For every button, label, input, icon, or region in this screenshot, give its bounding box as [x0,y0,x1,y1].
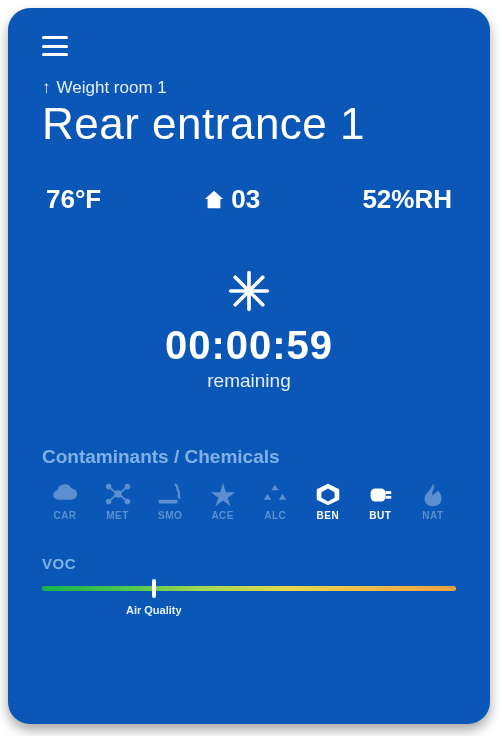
timer-block: 00:00:59 remaining [42,269,456,392]
contaminants-title: Contaminants / Chemicals [42,446,456,468]
cube-icon [312,480,344,508]
contaminant-label: MET [106,510,129,521]
svg-rect-20 [386,492,392,495]
contaminant-alc[interactable]: ALC [252,480,298,521]
temperature-value: 76°F [46,184,101,215]
contaminant-nat[interactable]: NAT [410,480,456,521]
contaminant-met[interactable]: MET [95,480,141,521]
contaminant-but[interactable]: BUT [357,480,403,521]
svg-rect-21 [386,496,392,499]
contaminant-ace[interactable]: ACE [200,480,246,521]
house-code: 03 [231,184,260,215]
home-icon [203,189,225,211]
snowflake-icon [42,269,456,317]
voc-gradient-bar [42,586,456,591]
flame-icon [417,480,449,508]
svg-point-6 [67,490,70,493]
svg-marker-14 [272,485,280,491]
contaminant-label: BEN [317,510,340,521]
stats-row: 76°F 03 52%RH [42,184,456,215]
svg-point-5 [63,488,66,491]
spark-icon [207,480,239,508]
plug-icon [364,480,396,508]
contaminants-row: CAR MET SMO ACE ALC [42,480,456,521]
contaminant-label: ACE [211,510,234,521]
contaminant-label: CAR [53,510,76,521]
contaminant-label: NAT [422,510,443,521]
smoke-icon [154,480,186,508]
svg-rect-12 [159,500,178,504]
voc-title: VOC [42,555,456,572]
contaminant-smo[interactable]: SMO [147,480,193,521]
contaminant-label: ALC [264,510,286,521]
menu-icon[interactable] [42,36,68,56]
device-card: ↑ Weight room 1 Rear entrance 1 76°F 03 … [8,8,490,724]
humidity-value: 52%RH [362,184,452,215]
co2-cloud-icon [49,480,81,508]
contaminant-label: SMO [158,510,182,521]
contaminant-car[interactable]: CAR [42,480,88,521]
breadcrumb[interactable]: ↑ Weight room 1 [42,78,456,98]
breadcrumb-label: Weight room 1 [57,78,167,98]
voc-knob[interactable] [152,579,156,598]
svg-point-4 [58,489,61,492]
voc-meter[interactable]: Air Quality [42,586,456,626]
svg-marker-15 [264,494,272,500]
house-stat: 03 [203,184,260,215]
molecule-icon [102,480,134,508]
timer-value: 00:00:59 [42,323,456,368]
svg-marker-13 [211,483,235,506]
up-arrow-icon: ↑ [42,78,51,98]
svg-marker-16 [279,494,287,500]
timer-subtext: remaining [42,370,456,392]
voc-caption: Air Quality [126,604,182,616]
svg-rect-19 [371,489,386,502]
dots-icon [259,480,291,508]
page-title: Rear entrance 1 [42,100,456,148]
contaminant-ben[interactable]: BEN [305,480,351,521]
contaminant-label: BUT [369,510,391,521]
